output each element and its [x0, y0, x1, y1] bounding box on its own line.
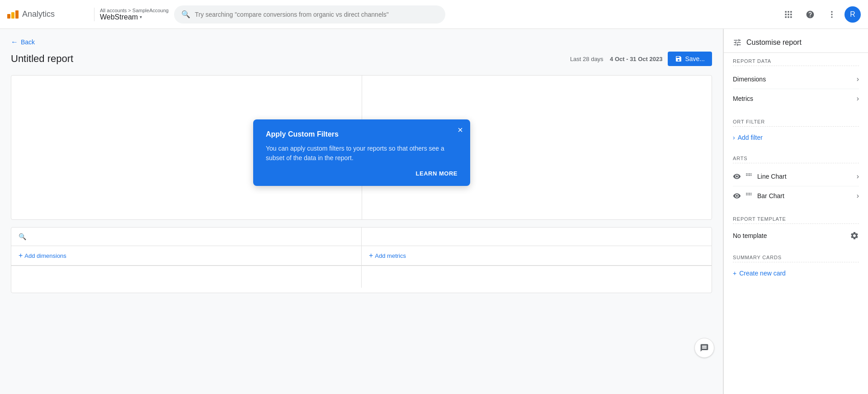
svg-point-10 [831, 14, 832, 15]
add-row: + Add dimensions + Add metrics [11, 246, 712, 266]
back-arrow-icon: ← [11, 38, 18, 46]
add-filter-plus-icon: › [733, 134, 735, 141]
dimensions-item[interactable]: Dimensions › [733, 70, 859, 89]
svg-rect-0 [785, 11, 787, 12]
report-data-section: REPORT DATA Dimensions › Metrics › [724, 53, 868, 114]
summary-cards-section: SUMMARY CARDS + Create new card [724, 249, 868, 286]
charts-label: ARTS [733, 156, 859, 163]
nav-actions: R [779, 5, 861, 24]
charts-section: ARTS Line Chart › [724, 150, 868, 211]
table-rows [11, 266, 712, 293]
bar-chart-chevron-icon: › [857, 192, 859, 200]
right-sidebar: Customise report REPORT DATA Dimensions … [723, 29, 868, 394]
account-path: All accounts > SampleAccoung [100, 8, 169, 13]
bar-chart-label: Bar Chart [757, 192, 784, 199]
modal-body: You can apply custom filters to your rep… [266, 144, 458, 163]
learn-more-button[interactable]: LEARN MORE [416, 170, 458, 177]
save-button[interactable]: Save... [668, 52, 712, 66]
search-col-icon: 🔍 [19, 233, 26, 240]
modal-close-button[interactable]: × [458, 125, 463, 135]
dimensions-col-header: 🔍 [11, 228, 362, 246]
svg-rect-22 [749, 193, 750, 194]
logo-text: Analytics [22, 9, 55, 19]
svg-rect-26 [749, 195, 750, 195]
report-data-label: REPORT DATA [733, 58, 859, 66]
eye-icon-bar [733, 192, 741, 200]
add-dimensions-col[interactable]: + Add dimensions [11, 246, 362, 265]
svg-rect-20 [746, 193, 747, 194]
line-chart-label: Line Chart [757, 173, 787, 180]
create-card-link[interactable]: + Create new card [733, 266, 859, 280]
template-settings-icon[interactable] [850, 231, 859, 240]
line-chart-icon [745, 173, 753, 180]
stream-dropdown-arrow: ▾ [140, 14, 142, 19]
svg-rect-2 [790, 11, 792, 12]
bar-chart-left: Bar Chart [733, 192, 784, 200]
plus-icon: + [19, 252, 23, 260]
svg-rect-6 [785, 16, 787, 18]
filter-label: ORT FILTER [733, 119, 859, 127]
template-row: No template [733, 228, 859, 244]
svg-rect-27 [750, 195, 751, 195]
svg-rect-19 [750, 175, 751, 176]
template-section-label: REPORT TEMPLATE [733, 216, 859, 224]
add-filter-link[interactable]: › Add filter [733, 130, 859, 145]
account-stream[interactable]: WebStream ▾ [100, 13, 169, 21]
add-dimensions-link[interactable]: + Add dimensions [19, 252, 66, 260]
account-info: All accounts > SampleAccoung WebStream ▾ [94, 8, 169, 21]
report-title: Untitled report [11, 53, 73, 65]
content-area: ← Back Untitled report Last 28 days 4 Oc… [0, 29, 723, 394]
metrics-col-header [362, 228, 712, 246]
search-bar[interactable]: 🔍 [174, 5, 445, 24]
add-metrics-link[interactable]: + Add metrics [369, 252, 406, 260]
apps-button[interactable] [779, 5, 797, 24]
line-chart-item[interactable]: Line Chart › [733, 167, 859, 186]
logo-icon [7, 10, 19, 19]
back-label: Back [21, 38, 35, 46]
no-template-label: No template [733, 232, 767, 239]
line-chart-left: Line Chart [733, 172, 787, 180]
report-header: Untitled report Last 28 days 4 Oct - 31 … [11, 52, 712, 66]
table-row [11, 266, 712, 288]
svg-rect-4 [788, 14, 789, 15]
back-link[interactable]: ← Back [11, 38, 712, 46]
empty-dim-col [11, 266, 362, 288]
empty-met-col [362, 266, 712, 288]
top-navigation: Analytics All accounts > SampleAccoung W… [0, 0, 868, 29]
eye-icon [733, 172, 741, 180]
metrics-chevron-icon: › [857, 95, 859, 103]
line-chart-chevron-icon: › [857, 172, 859, 180]
svg-rect-24 [746, 195, 747, 195]
avatar[interactable]: R [844, 6, 861, 23]
svg-rect-16 [746, 175, 747, 176]
table-header: 🔍 [11, 228, 712, 246]
sidebar-title: Customise report [746, 38, 802, 47]
template-section: REPORT TEMPLATE No template [724, 211, 868, 249]
summary-cards-label: SUMMARY CARDS [733, 255, 859, 262]
sidebar-header: Customise report [724, 29, 868, 53]
dimensions-label: Dimensions [733, 76, 766, 83]
svg-rect-8 [790, 16, 792, 18]
bar-chart-item[interactable]: Bar Chart › [733, 186, 859, 205]
svg-rect-12 [746, 173, 747, 174]
add-metrics-col[interactable]: + Add metrics [362, 246, 712, 265]
metrics-item[interactable]: Metrics › [733, 89, 859, 108]
svg-rect-13 [748, 173, 749, 174]
search-icon: 🔍 [181, 10, 190, 19]
feedback-button[interactable] [694, 338, 714, 358]
dimensions-chevron-icon: › [857, 75, 859, 83]
svg-rect-25 [748, 195, 749, 195]
modal-title: Apply Custom Filters [266, 130, 458, 138]
svg-rect-23 [750, 193, 751, 194]
help-button[interactable] [801, 5, 819, 24]
bar-chart-icon [745, 192, 753, 199]
plus-icon-2: + [369, 252, 373, 260]
more-button[interactable] [823, 5, 841, 24]
svg-rect-1 [788, 11, 789, 12]
search-input[interactable] [195, 11, 438, 18]
create-card-plus-icon: + [733, 270, 736, 277]
svg-point-11 [831, 16, 832, 18]
svg-rect-3 [785, 14, 787, 15]
svg-rect-14 [749, 173, 750, 174]
svg-rect-15 [750, 173, 751, 174]
